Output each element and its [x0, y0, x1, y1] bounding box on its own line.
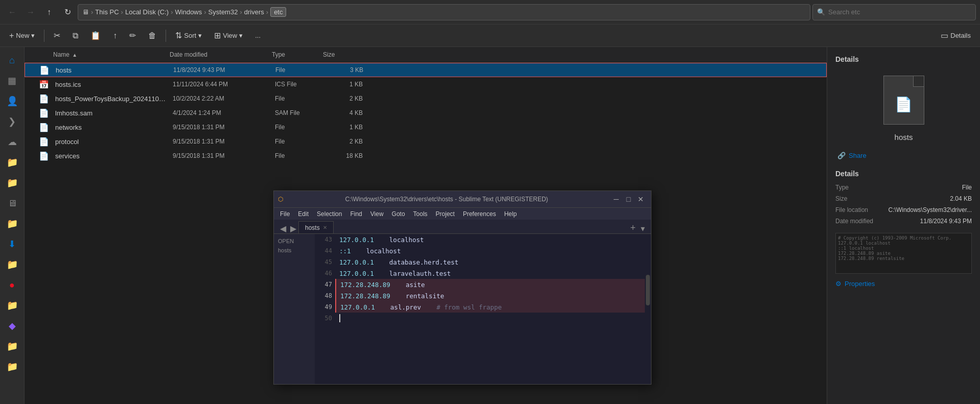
sublime-menu-project[interactable]: Project [432, 209, 459, 219]
code-host: asl.prev [390, 303, 421, 311]
file-type: File [273, 66, 324, 74]
sublime-maximize-button[interactable]: □ [622, 193, 635, 205]
cut-button[interactable]: ✂ [49, 27, 65, 44]
col-header-type[interactable]: Type [270, 49, 321, 60]
sort-label: Sort [184, 32, 196, 39]
up-button[interactable]: ↑ [41, 4, 57, 20]
sidebar-icon-cloud[interactable]: ☁ [3, 133, 21, 151]
search-bar[interactable]: 🔍 [812, 4, 976, 20]
sidebar-icon-folder6[interactable]: 📁 [3, 337, 21, 355]
line-number: 46 [315, 268, 332, 279]
line-number: 43 [315, 234, 332, 245]
file-row[interactable]: 📄networks9/15/2018 1:31 PMFile1 KB [25, 120, 827, 134]
forward-button[interactable]: → [22, 4, 39, 20]
back-button[interactable]: ← [4, 4, 20, 20]
sublime-menu-tools[interactable]: Tools [409, 209, 432, 219]
tab-options-button[interactable]: ▾ [639, 224, 647, 233]
sidebar-icon-download[interactable]: ⬇ [3, 235, 21, 253]
code-line: 172.28.248.89 rentalsite [335, 290, 645, 301]
sidebar-icon-app2[interactable]: ◆ [3, 317, 21, 335]
sublime-close-button[interactable]: ✕ [635, 193, 647, 205]
address-bar[interactable]: 🖥 › This PC › Local Disk (C:) › Windows … [78, 4, 810, 20]
file-row[interactable]: 📄services9/15/2018 1:31 PMFile18 KB [25, 149, 827, 163]
sublime-menu-view[interactable]: View [366, 209, 388, 219]
sublime-menu-find[interactable]: Find [346, 209, 366, 219]
sidebar-icon-folder1[interactable]: 📁 [3, 153, 21, 172]
code-host: localhost [366, 247, 401, 255]
sidebar-icon-user[interactable]: 👤 [3, 92, 21, 110]
code-ip: 127.0.0.1 [339, 270, 374, 277]
sidebar-icon-monitor[interactable]: 🖥 [3, 194, 21, 212]
path-localdisk: Local Disk (C:) [125, 8, 169, 16]
file-size: 1 KB [324, 81, 365, 88]
file-row[interactable]: 📄hosts_PowerToysBackup_2024110821432110/… [25, 91, 827, 106]
details-share-button[interactable]: 🔗 Share [835, 150, 972, 161]
line-number: 50 [315, 313, 332, 324]
sublime-tab-close-button[interactable]: ✕ [323, 225, 327, 230]
sublime-tabs: ◀ ▶ hosts ✕ + ▾ [274, 220, 651, 234]
col-header-date[interactable]: Date modified [168, 49, 270, 60]
sublime-menu-edit[interactable]: Edit [294, 209, 313, 219]
col-header-size[interactable]: Size [321, 49, 362, 60]
sublime-menu-help[interactable]: Help [500, 209, 521, 219]
file-name: hosts.ics [53, 81, 171, 88]
sidebar-icon-folder7[interactable]: 📁 [3, 358, 21, 376]
sublime-menu-preferences[interactable]: Preferences [459, 209, 500, 219]
sublime-code-area[interactable]: 127.0.0.1 localhost::1 localhost127.0.0.… [335, 234, 645, 384]
details-type-value: File [962, 184, 972, 191]
file-date: 9/15/2018 1:31 PM [171, 152, 273, 159]
details-toggle-button[interactable]: ▭ Details [936, 27, 976, 44]
sidebar-icon-gallery[interactable]: ▦ [3, 72, 21, 90]
sidebar-icon-app1[interactable]: ● [3, 276, 21, 294]
file-date: 10/2/2024 2:22 AM [171, 95, 273, 102]
new-button[interactable]: + New ▾ [4, 27, 40, 44]
file-row[interactable]: 📄hosts11/8/2024 9:43 PMFile3 KB [25, 63, 827, 77]
sublime-tab-hosts[interactable]: hosts ✕ [298, 221, 334, 233]
rename-button[interactable]: ✏ [124, 27, 141, 44]
more-button[interactable]: ... [250, 27, 266, 44]
file-date: 11/11/2024 6:44 PM [171, 81, 273, 88]
details-properties-button[interactable]: ⚙ Properties [835, 280, 972, 288]
sidebar-icon-expand[interactable]: ❯ [3, 112, 21, 131]
sidebar-icon-home[interactable]: ⌂ [3, 51, 21, 69]
sublime-menu-goto[interactable]: Goto [388, 209, 409, 219]
sublime-menu-selection[interactable]: Selection [313, 209, 346, 219]
details-panel: Details 📄 hosts 🔗 Share Details Type Fil… [827, 47, 980, 404]
properties-icon: ⚙ [835, 280, 842, 288]
sidebar-icon-folder5[interactable]: 📁 [3, 296, 21, 315]
file-type: File [273, 124, 324, 131]
tab-add-button[interactable]: + [627, 223, 639, 233]
sublime-scrollbar-thumb[interactable] [646, 275, 650, 305]
file-row[interactable]: 📄lmhosts.sam4/1/2024 1:24 PMSAM File4 KB [25, 106, 827, 120]
sublime-open-file[interactable]: hosts [276, 246, 313, 254]
tab-prev-button[interactable]: ◀ [278, 224, 288, 233]
code-host: rentalsite [406, 292, 444, 300]
file-row[interactable]: 📄protocol9/15/2018 1:31 PMFile2 KB [25, 134, 827, 149]
search-input[interactable] [828, 8, 971, 16]
view-button[interactable]: ⊞ View ▾ [209, 27, 248, 44]
line-number: 45 [315, 256, 332, 268]
file-icon: 📄 [35, 149, 53, 163]
file-icon: 📄 [35, 63, 54, 77]
code-ip: 172.28.248.89 [340, 281, 390, 289]
sidebar-icon-folder4[interactable]: 📁 [3, 255, 21, 274]
file-row[interactable]: 📅hosts.ics11/11/2024 6:44 PMICS File1 KB [25, 77, 827, 91]
col-header-name[interactable]: Name ▲ [25, 49, 168, 60]
sublime-scrollbar[interactable] [645, 234, 651, 384]
file-type: File [273, 138, 324, 145]
file-size: 4 KB [324, 109, 365, 116]
details-size-value: 2.04 KB [950, 195, 972, 202]
sublime-minimize-button[interactable]: ─ [610, 193, 622, 205]
delete-button[interactable]: 🗑 [143, 27, 161, 44]
code-host: database.herd.test [389, 258, 458, 266]
copy-button[interactable]: ⧉ [67, 27, 83, 44]
sidebar-icon-folder2[interactable]: 📁 [3, 174, 21, 192]
sublime-menu-file[interactable]: File [276, 209, 294, 219]
paste-button[interactable]: 📋 [85, 27, 106, 44]
tab-next-button[interactable]: ▶ [288, 224, 298, 233]
code-line: 127.0.0.1 database.herd.test [335, 256, 645, 268]
refresh-button[interactable]: ↻ [59, 4, 76, 20]
sidebar-icon-folder3[interactable]: 📁 [3, 215, 21, 233]
sort-button[interactable]: ⇅ Sort ▾ [170, 27, 207, 44]
share-button[interactable]: ↑ [108, 27, 122, 44]
